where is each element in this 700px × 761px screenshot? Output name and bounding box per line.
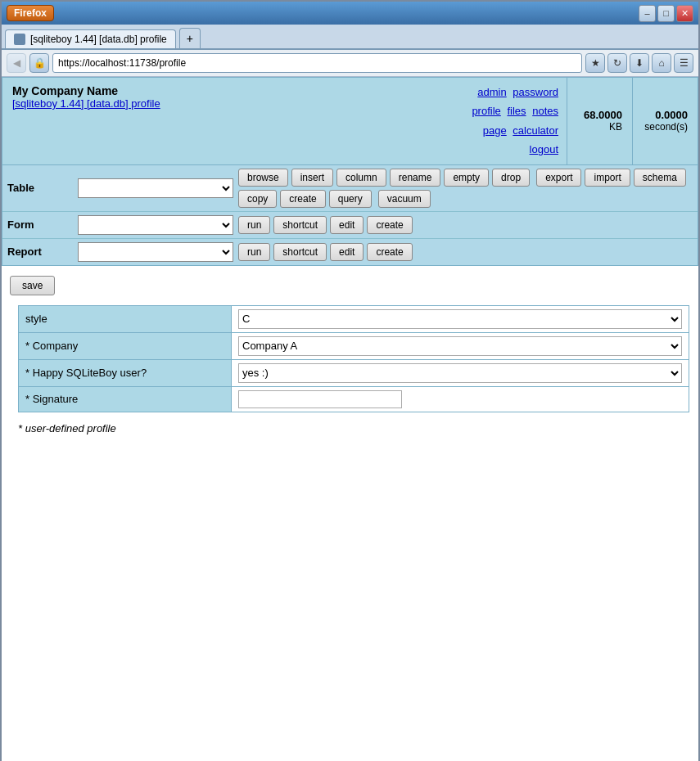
company-select[interactable]: Company A Company B <box>238 336 682 356</box>
report-label: Report <box>7 245 73 258</box>
title-bar-controls: – □ ✕ <box>639 5 693 22</box>
table-buttons: browse insert column rename empty drop e… <box>238 169 693 208</box>
report-select-wrap <box>78 242 233 262</box>
address-bar: ◀ 🔒 ★ ↻ ⬇ ⌂ ☰ <box>2 50 698 77</box>
profile-value-company: Company A Company B <box>232 332 689 359</box>
app-header: My Company Name [sqliteboy 1.44] [data.d… <box>2 77 698 165</box>
drop-button[interactable]: drop <box>492 169 530 187</box>
form-toolbar-row: Form run shortcut edit create <box>2 212 698 239</box>
browse-button[interactable]: browse <box>238 169 288 187</box>
profile-row-happy: * Happy SQLiteBoy user? yes :) no :( <box>19 359 689 386</box>
profile-row-signature: * Signature <box>19 386 689 412</box>
new-tab-button[interactable]: + <box>179 28 201 48</box>
bookmark-star-icon[interactable]: ★ <box>585 53 605 73</box>
menu-icon[interactable]: ☰ <box>674 53 693 73</box>
size-stat-box: 68.0000 KB <box>567 78 632 164</box>
report-shortcut-button[interactable]: shortcut <box>273 243 327 261</box>
vacuum-button[interactable]: vacuum <box>378 190 431 208</box>
form-run-button[interactable]: run <box>238 216 270 234</box>
nav-admin[interactable]: admin <box>477 86 506 98</box>
form-select-wrap <box>78 215 233 235</box>
save-button[interactable]: save <box>10 276 55 295</box>
form-select[interactable] <box>78 215 233 235</box>
toolbar-section: Table browse insert column rename empty … <box>2 165 698 266</box>
content-area: style C A B * Company <box>2 305 698 761</box>
size-unit: KB <box>577 121 622 133</box>
firefox-menu-button[interactable]: Firefox <box>7 5 54 21</box>
db-title-link[interactable]: [sqliteboy 1.44] [data.db] profile <box>12 97 450 110</box>
insert-button[interactable]: insert <box>291 169 333 187</box>
nav-notes[interactable]: notes <box>532 105 558 117</box>
profile-value-happy: yes :) no :( <box>232 359 689 386</box>
form-buttons: run shortcut edit create <box>238 216 413 234</box>
time-stat-box: 0.0000 second(s) <box>632 78 698 164</box>
company-name: My Company Name <box>12 84 450 97</box>
import-button[interactable]: import <box>585 169 630 187</box>
nav-files[interactable]: files <box>507 105 526 117</box>
title-bar-left: Firefox <box>7 5 54 21</box>
copy-button[interactable]: copy <box>238 190 277 208</box>
window-frame: Firefox – □ ✕ [sqliteboy 1.44] [data.db]… <box>0 0 700 761</box>
tab-bar: [sqliteboy 1.44] [data.db] profile + <box>2 25 698 50</box>
profile-row-style: style C A B <box>19 305 689 332</box>
active-tab[interactable]: [sqliteboy 1.44] [data.db] profile <box>5 29 176 48</box>
form-shortcut-button[interactable]: shortcut <box>273 216 327 234</box>
report-buttons: run shortcut edit create <box>238 243 413 261</box>
profile-label-signature: * Signature <box>19 386 232 412</box>
create-table-button[interactable]: create <box>280 190 325 208</box>
empty-button[interactable]: empty <box>444 169 489 187</box>
size-value: 68.0000 <box>577 109 622 121</box>
restore-button[interactable]: □ <box>657 5 675 22</box>
form-create-button[interactable]: create <box>367 216 412 234</box>
tab-label: [sqliteboy 1.44] [data.db] profile <box>30 34 167 45</box>
happy-select[interactable]: yes :) no :( <box>238 363 682 383</box>
time-value: 0.0000 <box>643 109 688 121</box>
profile-value-signature <box>232 386 689 412</box>
style-select[interactable]: C A B <box>238 309 682 329</box>
export-button[interactable]: export <box>536 169 581 187</box>
app-title-area: My Company Name [sqliteboy 1.44] [data.d… <box>2 78 460 164</box>
home-button[interactable]: ⌂ <box>652 53 671 73</box>
profile-value-style: C A B <box>232 305 689 332</box>
column-button[interactable]: column <box>336 169 386 187</box>
report-edit-button[interactable]: edit <box>330 243 364 261</box>
profile-label-company: * Company <box>19 332 232 359</box>
query-button[interactable]: query <box>329 190 372 208</box>
table-label: Table <box>7 182 73 194</box>
browser-content: My Company Name [sqliteboy 1.44] [data.d… <box>2 77 698 761</box>
form-label: Form <box>7 218 73 231</box>
form-edit-button[interactable]: edit <box>330 216 364 234</box>
download-icon[interactable]: ⬇ <box>630 53 649 73</box>
table-select-wrap <box>78 178 233 198</box>
schema-button[interactable]: schema <box>634 169 686 187</box>
profile-label-style: style <box>19 305 232 332</box>
url-input[interactable] <box>52 53 582 73</box>
signature-input[interactable] <box>238 390 402 408</box>
report-toolbar-row: Report run shortcut edit create <box>2 239 698 265</box>
profile-label-happy: * Happy SQLiteBoy user? <box>19 359 232 386</box>
report-create-button[interactable]: create <box>367 243 412 261</box>
lock-icon: 🔒 <box>29 53 49 73</box>
save-area: save <box>2 266 698 305</box>
profile-row-company: * Company Company A Company B <box>19 332 689 359</box>
report-run-button[interactable]: run <box>238 243 270 261</box>
nav-page[interactable]: page <box>483 124 507 137</box>
refresh-button[interactable]: ↻ <box>607 53 627 73</box>
close-button[interactable]: ✕ <box>676 5 693 22</box>
nav-logout[interactable]: logout <box>530 143 558 155</box>
minimize-button[interactable]: – <box>639 5 656 22</box>
table-toolbar-row: Table browse insert column rename empty … <box>2 165 698 212</box>
app-nav: admin password profile files notes page … <box>460 78 567 164</box>
nav-profile[interactable]: profile <box>472 105 500 117</box>
tab-favicon <box>14 34 25 45</box>
back-button[interactable]: ◀ <box>7 53 26 73</box>
report-select[interactable] <box>78 242 233 262</box>
nav-password[interactable]: password <box>513 86 558 98</box>
footer-note: * user-defined profile <box>10 412 690 444</box>
profile-table: style C A B * Company <box>18 305 689 412</box>
time-unit: second(s) <box>643 121 688 133</box>
nav-calculator[interactable]: calculator <box>513 124 558 137</box>
table-select[interactable] <box>78 178 233 198</box>
rename-button[interactable]: rename <box>390 169 441 187</box>
nav-icons: ★ ↻ ⬇ ⌂ ☰ <box>585 53 693 73</box>
